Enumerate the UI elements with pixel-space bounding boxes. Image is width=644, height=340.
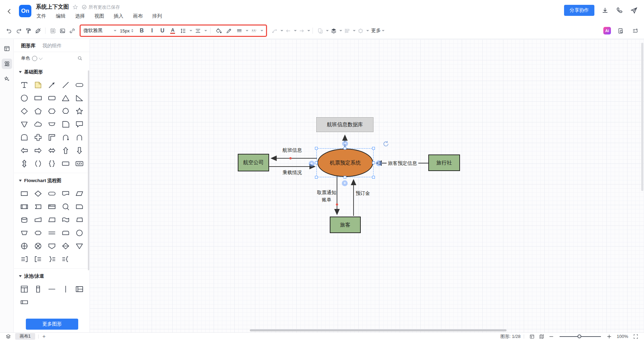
selection-handle[interactable] — [344, 176, 346, 179]
section-header[interactable]: Flowchart 流程图 — [17, 175, 87, 186]
send-icon[interactable] — [630, 7, 638, 14]
shapes-library-icon[interactable] — [2, 59, 12, 69]
arrow-end-icon[interactable] — [297, 26, 306, 36]
shape-arrow-double-v[interactable] — [18, 157, 31, 170]
connection-point[interactable]: + — [342, 141, 348, 147]
selection-handle[interactable] — [372, 161, 375, 164]
background-icon[interactable] — [48, 26, 58, 36]
shape-fc-brace-left[interactable] — [59, 252, 72, 266]
shape-fc-ribbon[interactable] — [59, 213, 72, 226]
text-align-icon[interactable] — [193, 26, 203, 36]
align-objects-icon[interactable] — [342, 26, 352, 36]
shape-pentagon[interactable] — [31, 104, 45, 118]
canvas-tab[interactable]: 画布1 — [15, 333, 35, 340]
connector-style-icon[interactable] — [270, 26, 279, 36]
redo-icon[interactable] — [14, 26, 23, 36]
shape-rounded-rectangle[interactable] — [45, 91, 59, 104]
menu-insert[interactable]: 插入 — [114, 13, 123, 19]
diagram-canvas[interactable]: 航班信息数据库 航空公司 机票预定系统 旅行社 旅客 + + + + 航班信息 … — [90, 39, 644, 332]
shape-fc-internal-storage[interactable] — [45, 200, 59, 213]
copy-style-icon[interactable] — [315, 26, 325, 36]
section-header[interactable]: 泳池/泳道 — [17, 271, 87, 282]
shape-fc-manual-operation[interactable] — [31, 213, 45, 226]
menu-view[interactable]: 视图 — [94, 13, 104, 19]
shape-pool-vertical-narrow[interactable] — [31, 282, 45, 296]
clear-format-icon[interactable] — [33, 26, 43, 36]
node-flight-database[interactable]: 航班信息数据库 — [316, 117, 374, 132]
zoom-in-icon[interactable] — [606, 334, 612, 339]
shape-heptagon[interactable] — [59, 104, 72, 118]
menu-select[interactable]: 选择 — [75, 13, 85, 19]
line-style-icon[interactable] — [249, 26, 259, 36]
edge-label-deposit[interactable]: 预订金 — [356, 190, 370, 197]
zoom-slider-knob[interactable] — [577, 334, 581, 338]
size-position-icon[interactable] — [356, 26, 365, 36]
shape-fc-document[interactable] — [59, 187, 72, 200]
selection-handle[interactable] — [315, 161, 318, 164]
fullscreen-icon[interactable] — [633, 334, 638, 339]
shape-cross[interactable] — [31, 131, 45, 144]
shape-fc-process[interactable] — [18, 187, 31, 200]
shape-line-horizontal[interactable] — [45, 282, 59, 296]
shape-star[interactable] — [72, 104, 86, 118]
shape-fc-diamond-line[interactable] — [59, 239, 72, 252]
tab-my-components[interactable]: 我的组件 — [42, 43, 62, 49]
panel-layout-icon[interactable] — [529, 334, 535, 339]
selection-handle[interactable] — [315, 147, 318, 150]
more-shapes-button[interactable]: 更多图形 — [26, 319, 78, 330]
menu-file[interactable]: 文件 — [37, 13, 46, 19]
shape-fc-hexagon[interactable] — [31, 226, 45, 239]
app-logo[interactable]: On — [19, 5, 31, 17]
shape-fc-manual-input[interactable] — [72, 213, 86, 226]
node-booking-system[interactable]: 机票预定系统 — [317, 149, 373, 177]
document-title[interactable]: 系统上下文图 — [36, 3, 69, 11]
shape-text[interactable] — [18, 78, 31, 91]
arrow-start-icon[interactable] — [283, 26, 293, 36]
font-size-stepper[interactable] — [131, 29, 133, 32]
shape-cone[interactable] — [18, 118, 31, 131]
font-family-select[interactable]: 微软雅黑 — [83, 28, 116, 34]
download-icon[interactable] — [601, 7, 609, 14]
format-painter-icon[interactable] — [23, 26, 33, 36]
chevron-down-icon[interactable] — [339, 30, 342, 31]
chevron-down-icon[interactable] — [307, 30, 310, 31]
shape-fc-circle[interactable] — [72, 226, 86, 239]
chevron-down-icon[interactable] — [280, 30, 283, 31]
chevron-down-icon[interactable] — [294, 30, 297, 31]
connection-point[interactable]: + — [309, 161, 315, 167]
shape-fc-corner-cut[interactable] — [72, 200, 86, 213]
edge-label-flight-info[interactable]: 航班信息 — [283, 147, 302, 153]
insert-link-icon[interactable] — [67, 26, 77, 36]
section-header[interactable]: 基础图形 — [17, 67, 87, 78]
shape-fc-or[interactable] — [31, 239, 45, 252]
chevron-down-icon[interactable] — [190, 30, 192, 31]
chevron-down-icon[interactable] — [39, 56, 42, 60]
shape-arrow-double-h[interactable] — [45, 144, 59, 157]
chevron-down-icon[interactable] — [366, 30, 369, 31]
search-icon[interactable] — [77, 56, 83, 61]
horizontal-scrollbar[interactable] — [250, 329, 507, 331]
shape-circle[interactable] — [18, 91, 31, 104]
back-icon[interactable] — [6, 8, 13, 15]
selection-handle[interactable] — [372, 176, 375, 179]
font-size-select[interactable]: 15px — [120, 28, 133, 33]
shape-fc-note-right[interactable] — [18, 252, 31, 266]
selection-handle[interactable] — [372, 147, 375, 150]
shape-fc-delay[interactable] — [31, 200, 45, 213]
shape-fc-summing[interactable] — [18, 239, 31, 252]
add-canvas-button[interactable]: + — [42, 333, 45, 340]
favorite-star-icon[interactable] — [72, 4, 78, 10]
rotate-handle-icon[interactable] — [382, 141, 389, 148]
menu-arrange[interactable]: 排列 — [152, 13, 162, 19]
layers-icon[interactable] — [329, 26, 338, 36]
shape-speech-bubble[interactable] — [72, 118, 86, 131]
zoom-out-icon[interactable] — [549, 334, 554, 339]
minimap-icon[interactable] — [539, 334, 544, 339]
selection-handle[interactable] — [315, 176, 318, 179]
shape-u-loop-arrow[interactable] — [59, 131, 72, 144]
node-travel-agency[interactable]: 旅行社 — [428, 154, 460, 171]
edge-label-ticket-notice[interactable]: 取票通知 账单 — [316, 189, 337, 203]
shape-u-loop[interactable] — [72, 131, 86, 144]
shape-fc-double-line[interactable] — [45, 226, 59, 239]
shape-pool-vertical[interactable] — [18, 282, 31, 296]
